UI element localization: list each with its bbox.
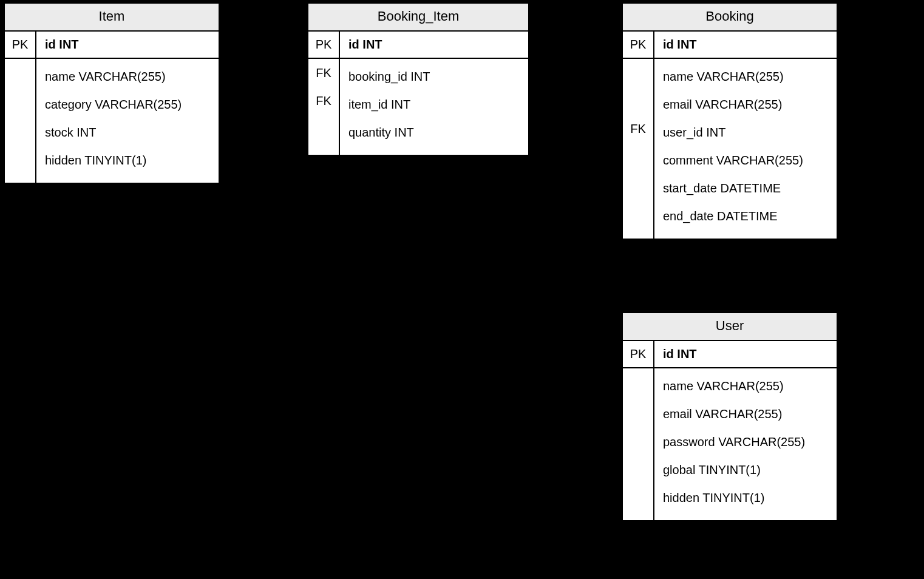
- entity-booking: Booking PK id INT FK name VARCHAR(255) e…: [622, 2, 838, 240]
- key-marker: [5, 115, 35, 143]
- key-marker: [623, 59, 653, 87]
- key-column: FK FK: [308, 59, 340, 155]
- attr-line: name VARCHAR(255): [45, 63, 210, 90]
- key-column: [623, 368, 654, 520]
- key-marker: [5, 87, 35, 115]
- key-marker: [623, 368, 653, 396]
- key-marker: FK: [623, 115, 653, 143]
- key-column: [5, 59, 36, 183]
- key-marker: [623, 171, 653, 198]
- field-column: booking_id INT item_id INT quantity INT: [340, 59, 528, 155]
- attr-line: comment VARCHAR(255): [663, 146, 828, 174]
- attr-line: quantity INT: [348, 118, 520, 146]
- pk-field: id INT: [654, 32, 837, 58]
- entity-item-body: name VARCHAR(255) category VARCHAR(255) …: [5, 59, 219, 183]
- attr-line: global TINYINT(1): [663, 456, 828, 484]
- key-marker: [623, 396, 653, 424]
- entity-item: Item PK id INT name VARCHAR(255) categor…: [4, 2, 220, 184]
- field-column: name VARCHAR(255) email VARCHAR(255) use…: [654, 59, 837, 239]
- attr-line: user_id INT: [663, 118, 828, 146]
- attr-line: category VARCHAR(255): [45, 90, 210, 118]
- entity-booking-item-title: Booking_Item: [308, 4, 528, 32]
- pk-field: id INT: [36, 32, 219, 58]
- entity-booking-item: Booking_Item PK id INT FK FK booking_id …: [307, 2, 529, 156]
- key-marker: [5, 59, 35, 87]
- entity-booking-item-body: FK FK booking_id INT item_id INT quantit…: [308, 59, 528, 155]
- field-column: name VARCHAR(255) email VARCHAR(255) pas…: [654, 368, 837, 520]
- pk-field: id INT: [654, 341, 837, 367]
- entity-booking-item-pk-row: PK id INT: [308, 32, 528, 59]
- entity-item-title: Item: [5, 4, 219, 32]
- attr-line: stock INT: [45, 118, 210, 146]
- key-marker: [623, 452, 653, 480]
- attr-line: name VARCHAR(255): [663, 372, 828, 400]
- key-column: FK: [623, 59, 654, 239]
- attr-line: email VARCHAR(255): [663, 400, 828, 428]
- entity-user-body: name VARCHAR(255) email VARCHAR(255) pas…: [623, 368, 837, 520]
- entity-item-pk-row: PK id INT: [5, 32, 219, 59]
- attr-line: name VARCHAR(255): [663, 63, 828, 90]
- entity-user: User PK id INT name VARCHAR(255) email V…: [622, 312, 838, 521]
- entity-booking-pk-row: PK id INT: [623, 32, 837, 59]
- key-marker: [623, 87, 653, 115]
- pk-label: PK: [623, 32, 654, 58]
- pk-label: PK: [623, 341, 654, 367]
- key-marker: [5, 143, 35, 171]
- field-column: name VARCHAR(255) category VARCHAR(255) …: [36, 59, 219, 183]
- attr-line: item_id INT: [348, 90, 520, 118]
- pk-label: PK: [5, 32, 36, 58]
- attr-line: hidden TINYINT(1): [45, 146, 210, 174]
- attr-line: start_date DATETIME: [663, 174, 828, 202]
- entity-user-title: User: [623, 313, 837, 341]
- entity-booking-body: FK name VARCHAR(255) email VARCHAR(255) …: [623, 59, 837, 239]
- key-marker: FK: [308, 87, 339, 115]
- entity-booking-title: Booking: [623, 4, 837, 32]
- pk-label: PK: [308, 32, 340, 58]
- attr-line: email VARCHAR(255): [663, 90, 828, 118]
- key-marker: [623, 480, 653, 508]
- attr-line: booking_id INT: [348, 63, 520, 90]
- entity-user-pk-row: PK id INT: [623, 341, 837, 368]
- pk-field: id INT: [340, 32, 528, 58]
- key-marker: [623, 143, 653, 171]
- attr-line: end_date DATETIME: [663, 202, 828, 230]
- attr-line: hidden TINYINT(1): [663, 484, 828, 512]
- key-marker: [623, 424, 653, 452]
- key-marker: [308, 115, 339, 143]
- key-marker: [623, 198, 653, 226]
- key-marker: FK: [308, 59, 339, 87]
- attr-line: password VARCHAR(255): [663, 428, 828, 456]
